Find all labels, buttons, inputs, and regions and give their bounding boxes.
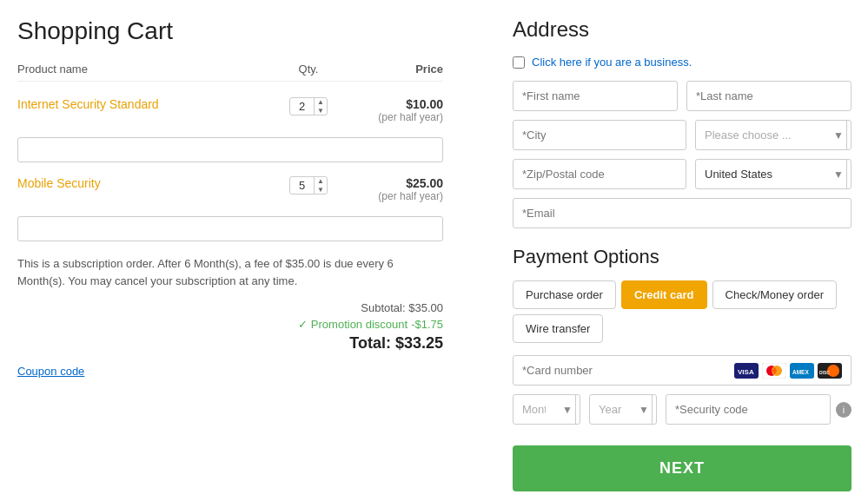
shopping-cart-section: Shopping Cart Product name Qty. Price In… [17,17,443,491]
cart-header: Product name Qty. Price [17,63,443,82]
cart-item-1: Internet Security Standard 2 ▲ ▼ $10.00 … [17,90,443,130]
total-label: Total: [349,334,391,352]
state-select[interactable]: Please choose ... [696,121,843,149]
month-divider [575,395,576,424]
last-name-field[interactable] [686,81,851,111]
year-divider [652,395,653,424]
header-price: Price [339,63,443,76]
payment-buttons-group: Purchase order Credit card Check/Money o… [513,280,851,343]
check-icon: ✓ [298,318,308,331]
subscription-note: This is a subscription order. After 6 Mo… [17,255,443,289]
qty-value-1: 2 [290,98,315,115]
city-field[interactable] [513,120,686,150]
country-select-wrap[interactable]: United States ▼ [695,159,851,189]
email-row [513,198,851,228]
year-select[interactable]: Year 2024 2025 2026 2027 2028 [590,395,648,424]
svg-text:DISC: DISC [819,370,830,375]
info-icon[interactable]: i [836,402,851,418]
promo-input-1[interactable] [17,137,443,162]
zip-field[interactable] [513,159,686,189]
discount-label: Promotion discount [311,318,407,331]
page-title: Shopping Cart [17,17,443,45]
first-name-field[interactable] [513,81,678,111]
month-select-wrap[interactable]: Month January February March April May J… [513,394,580,425]
promo-input-row-2 [17,216,443,241]
item-2-price: $25.00 (per half year) [339,176,443,202]
item-1-price-sub: (per half year) [339,111,443,123]
address-payment-section: Address Click here if you are a business… [513,17,851,491]
item-1-price-main: $10.00 [339,97,443,111]
month-select[interactable]: Month January February March April May J… [514,395,572,424]
pay-btn-credit-card[interactable]: Credit card [621,280,707,309]
select-divider-2 [846,160,847,188]
email-field[interactable] [513,198,851,228]
security-code-field[interactable] [666,394,831,425]
visa-icon: VISA [734,363,759,379]
totals-section: Subtotal: $35.00 ✓ Promotion discount -$… [17,301,443,353]
promo-input-row-1 [17,137,443,162]
qty-up-2[interactable]: ▲ [317,177,324,186]
item-2-name: Mobile Security [17,176,278,190]
item-1-qty-control: 2 ▲ ▼ [278,97,339,115]
promo-input-2[interactable] [17,216,443,241]
subtotal-label: Subtotal: [361,301,405,314]
security-wrap: i [666,394,851,425]
qty-value-2: 5 [290,177,315,194]
qty-box-2[interactable]: 5 ▲ ▼ [289,176,328,194]
qty-box-1[interactable]: 2 ▲ ▼ [289,97,328,115]
select-divider [846,121,847,149]
subtotal-value: $35.00 [408,301,443,314]
svg-text:AMEX: AMEX [792,369,809,375]
state-select-wrap[interactable]: Please choose ... ▼ [695,120,851,150]
qty-arrows-1[interactable]: ▲ ▼ [315,98,327,115]
zip-country-row: United States ▼ [513,159,851,189]
item-2-price-main: $25.00 [339,176,443,190]
card-icons-group: VISA AMEX DISC [734,363,842,379]
item-2-price-sub: (per half year) [339,190,443,202]
country-select[interactable]: United States [696,160,843,188]
total-value: $33.25 [395,334,443,352]
qty-up-1[interactable]: ▲ [317,98,324,107]
business-check-row: Click here if you are a business. [513,56,851,69]
discount-row: ✓ Promotion discount -$1.75 [17,318,443,331]
header-product: Product name [17,63,278,76]
card-number-row: VISA AMEX DISC [513,355,851,386]
card-details-row: Month January February March April May J… [513,394,851,425]
qty-arrows-2[interactable]: ▲ ▼ [315,177,327,194]
item-1-name: Internet Security Standard [17,97,278,111]
amex-icon: AMEX [790,363,814,379]
address-title: Address [513,17,851,42]
pay-btn-check-money[interactable]: Check/Money order [712,280,837,309]
pay-btn-purchase-order[interactable]: Purchase order [513,280,616,309]
mastercard-icon [762,363,786,379]
year-select-wrap[interactable]: Year 2024 2025 2026 2027 2028 ▼ [589,394,657,425]
discount-value: -$1.75 [411,318,443,331]
total-row: Total: $33.25 [17,334,443,353]
pay-btn-wire-transfer[interactable]: Wire transfer [513,314,603,343]
payment-title: Payment Options [513,246,851,268]
qty-down-2[interactable]: ▼ [317,186,324,194]
cart-item-2: Mobile Security 5 ▲ ▼ $25.00 (per half y… [17,169,443,209]
header-qty: Qty. [278,63,339,76]
coupon-link[interactable]: Coupon code [17,365,443,378]
business-link[interactable]: Click here if you are a business. [532,56,692,69]
item-2-qty-control: 5 ▲ ▼ [278,176,339,194]
svg-text:VISA: VISA [738,368,754,376]
business-label: Click here if you are a business. [532,56,692,69]
qty-down-1[interactable]: ▼ [317,107,324,115]
next-button[interactable]: NEXT [513,445,851,491]
subtotal-row: Subtotal: $35.00 [17,301,443,314]
discover-icon: DISC [818,363,842,379]
business-checkbox[interactable] [513,56,525,69]
city-state-row: Please choose ... ▼ [513,120,851,150]
name-row [513,81,851,111]
item-1-price: $10.00 (per half year) [339,97,443,123]
card-number-field[interactable] [522,356,734,385]
